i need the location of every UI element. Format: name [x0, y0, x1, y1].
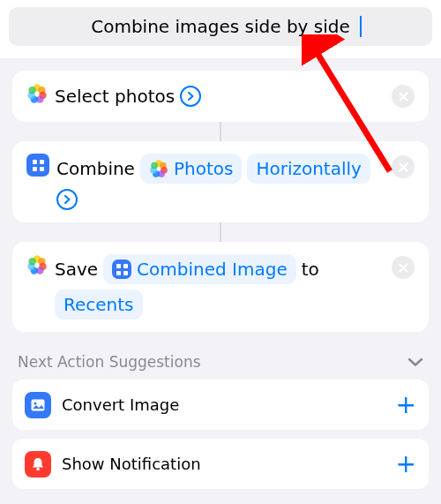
variable-token-photos[interactable]: Photos: [140, 154, 242, 184]
remove-action-button[interactable]: [392, 85, 415, 108]
action-text-to: to: [302, 256, 319, 282]
token-label: Photos: [174, 155, 233, 182]
action-label: Select photos: [55, 83, 175, 109]
suggestion-show-notification[interactable]: Show Notification +: [12, 439, 429, 489]
svg-rect-10: [40, 160, 44, 164]
suggestions-title: Next Action Suggestions: [18, 353, 201, 371]
action-connector: [220, 222, 221, 242]
svg-rect-31: [116, 271, 121, 275]
text-cursor: [360, 16, 362, 37]
add-suggestion-button[interactable]: +: [396, 390, 416, 419]
add-suggestion-button[interactable]: +: [396, 449, 416, 478]
combine-action-icon: [112, 260, 131, 279]
action-label: Combine: [56, 155, 135, 182]
svg-rect-35: [32, 399, 45, 410]
action-save[interactable]: Save Combined Image to Recents: [12, 242, 429, 332]
svg-rect-12: [40, 167, 44, 171]
svg-point-6: [28, 87, 35, 94]
svg-point-28: [28, 258, 35, 265]
action-select-photos[interactable]: Select photos: [12, 71, 429, 122]
svg-rect-30: [123, 264, 128, 268]
photos-app-icon: [149, 159, 168, 178]
svg-rect-32: [123, 271, 128, 275]
suggestion-label: Show Notification: [62, 455, 385, 473]
action-label: Save: [55, 256, 98, 282]
bell-icon: [25, 451, 51, 478]
shortcut-title-field[interactable]: [9, 7, 432, 46]
expand-params-button[interactable]: [180, 86, 201, 107]
combine-action-icon: [26, 154, 49, 177]
suggestion-label: Convert Image: [62, 395, 385, 414]
remove-action-button[interactable]: [392, 155, 415, 178]
expand-params-button[interactable]: [56, 189, 78, 210]
svg-rect-9: [33, 160, 37, 164]
param-direction[interactable]: Horizontally: [247, 154, 370, 184]
svg-point-36: [34, 402, 37, 404]
action-connector: [220, 122, 221, 141]
image-icon: [25, 392, 51, 418]
param-album[interactable]: Recents: [55, 290, 143, 320]
svg-rect-11: [33, 167, 37, 171]
remove-action-button[interactable]: [392, 256, 415, 279]
photos-app-icon: [26, 83, 48, 104]
photos-app-icon: [26, 254, 48, 275]
svg-rect-29: [116, 264, 121, 268]
variable-token-combined[interactable]: Combined Image: [103, 254, 296, 284]
suggestions-header[interactable]: Next Action Suggestions: [0, 332, 441, 380]
svg-point-37: [36, 467, 40, 470]
chevron-down-icon: [407, 354, 423, 371]
action-combine[interactable]: Combine Photos Horizontally: [12, 141, 429, 222]
svg-point-19: [151, 162, 158, 169]
suggestion-convert-image[interactable]: Convert Image +: [12, 380, 429, 430]
token-label: Combined Image: [137, 256, 288, 282]
